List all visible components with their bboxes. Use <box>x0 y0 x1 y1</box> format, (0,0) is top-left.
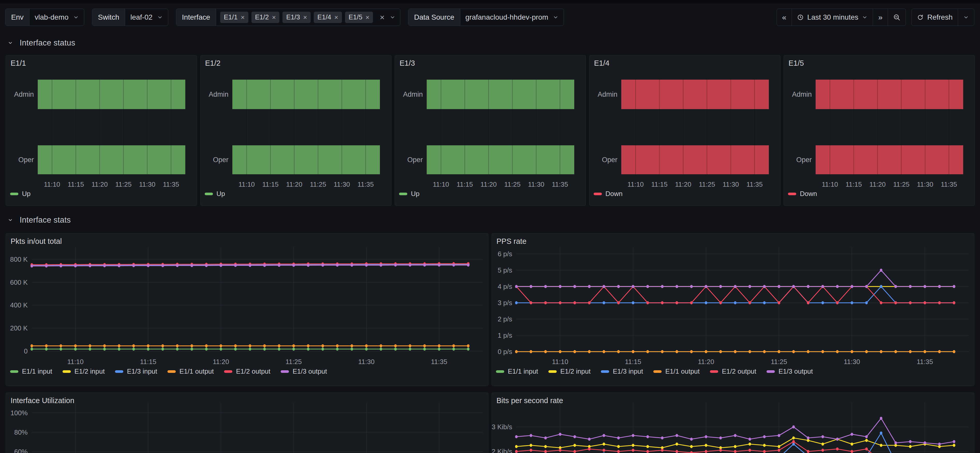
state-timeline-chart[interactable]: AdminOper11:1011:1511:2011:2511:3011:35 <box>590 55 780 206</box>
variable-controls: Envvlab-demoSwitchleaf-02InterfaceE1/1×E… <box>5 8 564 26</box>
svg-text:11:20: 11:20 <box>91 180 108 188</box>
time-shift-forward-button[interactable]: » <box>873 9 888 26</box>
pkts-chart[interactable]: 0200 K400 K600 K800 K11:1011:1511:2011:2… <box>6 233 488 386</box>
state-timeline-chart[interactable]: AdminOper11:1011:1511:2011:2511:3011:35 <box>784 55 975 206</box>
remove-chip-icon[interactable]: × <box>241 14 245 21</box>
interface-field-label: Interface <box>176 9 216 26</box>
refresh-label: Refresh <box>927 13 953 21</box>
remove-chip-icon[interactable]: × <box>303 14 307 21</box>
svg-text:11:35: 11:35 <box>431 358 447 365</box>
legend-label: E1/3 input <box>613 367 643 375</box>
interface-chip[interactable]: E1/1× <box>220 12 248 23</box>
svg-text:Admin: Admin <box>403 91 423 98</box>
refresh-icon <box>917 14 924 21</box>
svg-text:11:25: 11:25 <box>310 180 326 188</box>
chevron-down-icon[interactable] <box>8 217 13 223</box>
interface-chip[interactable]: E1/3× <box>283 12 311 23</box>
section-title[interactable]: Interface status <box>20 38 75 48</box>
pps-chart[interactable]: 0 p/s1 p/s2 p/s3 p/s4 p/s5 p/s6 p/s11:10… <box>492 233 974 386</box>
env-select[interactable]: vlab-demo <box>29 9 84 26</box>
chart-legend: Up <box>205 190 225 198</box>
svg-text:60%: 60% <box>14 448 28 453</box>
interface-chip[interactable]: E1/4× <box>314 12 342 23</box>
zoom-out-button[interactable] <box>888 9 905 26</box>
svg-text:11:15: 11:15 <box>651 180 667 188</box>
switch-select[interactable]: leaf-02 <box>125 9 168 26</box>
legend-swatch <box>10 193 18 195</box>
state-timeline-chart[interactable]: AdminOper11:1011:1511:2011:2511:3011:35 <box>6 55 197 206</box>
refresh-button[interactable]: Refresh <box>912 9 958 26</box>
svg-text:80%: 80% <box>14 428 28 436</box>
time-shift-back-button[interactable]: « <box>777 9 792 26</box>
legend-item[interactable]: E1/1 output <box>653 367 700 375</box>
legend-item[interactable]: Down <box>593 190 622 198</box>
refresh-interval-dropdown[interactable] <box>958 9 974 26</box>
chevron-down-icon[interactable] <box>8 40 13 46</box>
clear-all-icon[interactable]: × <box>380 13 385 21</box>
interface-chip[interactable]: E1/2× <box>251 12 280 23</box>
section-interface-status[interactable]: Interface status <box>8 38 75 48</box>
svg-text:11:15: 11:15 <box>262 180 278 188</box>
zoom-out-icon <box>893 14 900 21</box>
section-interface-stats[interactable]: Interface stats <box>8 215 71 225</box>
interface-chip-label: E1/4 <box>317 13 331 21</box>
interface-chip-label: E1/2 <box>255 13 269 21</box>
legend-item[interactable]: E1/2 input <box>549 367 590 375</box>
legend-swatch <box>767 370 775 373</box>
legend-item[interactable]: E1/3 output <box>767 367 813 375</box>
svg-text:11:20: 11:20 <box>480 180 497 188</box>
svg-text:11:20: 11:20 <box>213 358 229 365</box>
chevron-down-icon <box>157 14 163 20</box>
time-range-picker[interactable]: Last 30 minutes <box>792 9 873 26</box>
interface-chip[interactable]: E1/5× <box>345 12 373 23</box>
chart-legend: Up <box>10 190 30 198</box>
legend-item[interactable]: E1/1 output <box>167 367 214 375</box>
state-timeline-chart[interactable]: AdminOper11:1011:1511:2011:2511:3011:35 <box>395 55 585 206</box>
svg-text:1 p/s: 1 p/s <box>498 332 512 339</box>
svg-text:11:10: 11:10 <box>67 358 83 365</box>
legend-item[interactable]: Up <box>10 190 30 198</box>
remove-chip-icon[interactable]: × <box>272 14 276 21</box>
legend-item[interactable]: E1/3 input <box>115 367 157 375</box>
svg-text:0: 0 <box>24 347 28 355</box>
legend-item[interactable]: E1/2 input <box>62 367 105 375</box>
switch-field: Switchleaf-02 <box>92 8 168 26</box>
legend-item[interactable]: Down <box>788 190 817 198</box>
status-panel-e1-5: E1/5AdminOper11:1011:1511:2011:2511:3011… <box>784 55 975 206</box>
legend-swatch <box>224 370 232 373</box>
legend-swatch <box>653 370 662 373</box>
legend-swatch <box>788 193 796 195</box>
section-title[interactable]: Interface stats <box>20 215 71 225</box>
legend-item[interactable]: E1/3 output <box>281 367 327 375</box>
legend-item[interactable]: E1/3 input <box>601 367 643 375</box>
window-top-strip <box>0 0 980 3</box>
svg-text:2 Kib/s: 2 Kib/s <box>492 448 512 453</box>
svg-text:11:20: 11:20 <box>675 180 691 188</box>
legend-item[interactable]: Up <box>399 190 420 198</box>
util-chart[interactable]: 60%80%100% <box>6 393 488 453</box>
remove-chip-icon[interactable]: × <box>334 14 338 21</box>
svg-text:11:25: 11:25 <box>771 358 787 365</box>
svg-text:11:10: 11:10 <box>552 358 568 365</box>
bits-chart[interactable]: 2 Kib/s3 Kib/s <box>492 393 974 453</box>
svg-text:6 p/s: 6 p/s <box>498 250 512 258</box>
svg-text:Oper: Oper <box>18 156 34 164</box>
chevron-down-icon[interactable] <box>390 14 395 20</box>
state-timeline-chart[interactable]: AdminOper11:1011:1511:2011:2511:3011:35 <box>200 55 391 206</box>
data-source-select[interactable]: grafanacloud-hhdev-prom <box>460 9 564 26</box>
chart-legend: Down <box>593 190 622 198</box>
legend-item[interactable]: E1/1 input <box>10 367 52 375</box>
legend-label: Down <box>800 190 817 198</box>
chart-legend: Up <box>399 190 420 198</box>
svg-text:11:35: 11:35 <box>552 180 568 188</box>
svg-text:400 K: 400 K <box>10 301 28 309</box>
legend-item[interactable]: E1/1 input <box>496 367 538 375</box>
svg-text:Admin: Admin <box>208 91 229 98</box>
remove-chip-icon[interactable]: × <box>366 14 369 21</box>
chevrons-left-icon: « <box>782 13 786 22</box>
legend-item[interactable]: E1/2 output <box>710 367 756 375</box>
svg-text:11:30: 11:30 <box>139 180 155 188</box>
legend-item[interactable]: Up <box>205 190 225 198</box>
legend-item[interactable]: E1/2 output <box>224 367 270 375</box>
svg-text:11:35: 11:35 <box>917 358 933 365</box>
